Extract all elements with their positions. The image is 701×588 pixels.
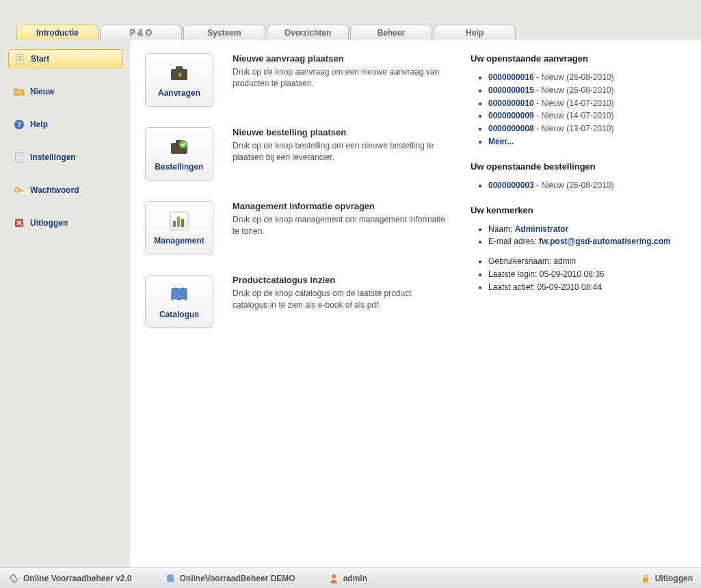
footer-logout[interactable]: Uitloggen (640, 573, 693, 584)
svg-rect-21 (177, 217, 180, 227)
sidebar-item-label: Nieuw (30, 87, 54, 96)
user-icon (328, 573, 339, 584)
request-link[interactable]: 0000000016 (488, 72, 534, 82)
user-email-link[interactable]: fw.post@gsd-automatisering.com (539, 237, 671, 246)
tile-management[interactable]: Management (145, 201, 213, 254)
sidebar-item-label: Help (30, 120, 48, 129)
footer-logout-label: Uitloggen (655, 574, 693, 583)
sidebar-item-help[interactable]: ? Help (8, 115, 123, 134)
request-link[interactable]: 0000000010 (488, 98, 534, 108)
sidebar-item-wachtwoord[interactable]: Wachtwoord (8, 181, 123, 200)
list-item: 0000000015 - Nieuw (26-08-2010) (488, 85, 686, 96)
list-item: Laatst actief: 05-09-2010 08:44 (488, 282, 686, 293)
svg-text:?: ? (17, 120, 22, 129)
svg-point-24 (332, 574, 336, 578)
tile-desc: Druk op de knop management om management… (233, 214, 446, 237)
sidebar: Start Nieuw ? Help Instellingen Wachtwoo… (0, 40, 130, 567)
tile-label: Management (154, 236, 204, 245)
status-bar: Online Voorraadbeheer v2.0 OnlineVoorraa… (0, 567, 701, 588)
attrs-list-2: Gebruikersnaam: admin Laatste login: 05-… (488, 256, 686, 293)
tile-label: Bestellingen (155, 162, 203, 172)
tab-label: Help (466, 28, 484, 38)
document-icon (14, 53, 25, 64)
svg-rect-22 (181, 219, 184, 227)
request-link[interactable]: 0000000009 (488, 111, 534, 120)
tile-aanvragen[interactable]: Aanvragen (145, 53, 213, 107)
lock-icon (640, 573, 651, 584)
tab-label: Overzichten (285, 28, 332, 38)
database-icon (165, 573, 176, 584)
footer-user: admin (328, 573, 367, 584)
request-link[interactable]: 0000000015 (488, 85, 534, 95)
sidebar-item-start[interactable]: Start (8, 49, 123, 68)
request-link[interactable]: 0000000008 (488, 124, 534, 133)
svg-rect-25 (643, 578, 648, 583)
tile-desc: Druk op de knop bestelling om een nieuwe… (233, 140, 446, 163)
attrs-heading: Uw kenmerken (471, 205, 686, 215)
attrs-list: Naam: Administrator E-mail adres: fw.pos… (488, 224, 686, 248)
list-item: 0000000010 - Nieuw (14-07-2010) (488, 98, 686, 109)
sidebar-item-label: Instellingen (30, 152, 76, 162)
list-item: Meer... (488, 136, 686, 148)
link-icon (8, 573, 19, 584)
tile-title: Nieuwe aanvraag plaatsen (233, 53, 446, 64)
sidebar-item-uitloggen[interactable]: Uitloggen (8, 213, 123, 232)
settings-doc-icon (14, 152, 25, 163)
list-item: 0000000009 - Nieuw (14-07-2010) (488, 110, 686, 122)
open-requests-list: 0000000016 - Nieuw (26-08-2010) 00000000… (488, 72, 686, 148)
tab-systeem[interactable]: Systeem (183, 25, 265, 40)
tile-catalogus[interactable]: Catalogus (145, 275, 213, 328)
bar-chart-icon (168, 210, 190, 232)
list-item: E-mail adres: fw.post@gsd-automatisering… (488, 236, 686, 248)
tile-desc: Druk op de knop catalogus om de laatste … (233, 288, 446, 311)
list-item: 0000000008 - Nieuw (13-07-2010) (488, 123, 686, 135)
folder-open-icon (14, 86, 25, 97)
tile-bestellingen[interactable]: Bestellingen (145, 127, 213, 181)
list-item: Laatste login: 05-09-2010 08:36 (488, 269, 686, 280)
tab-introductie[interactable]: Introductie (16, 25, 98, 40)
footer-db: OnlineVoorraadBeheer DEMO (165, 573, 295, 584)
tile-title: Management informatie opvragen (233, 201, 446, 211)
tab-label: Systeem (207, 28, 241, 38)
tab-overzichten[interactable]: Overzichten (267, 25, 349, 40)
tab-help[interactable]: Help (434, 25, 516, 40)
order-link[interactable]: 0000000003 (488, 181, 534, 190)
svg-rect-12 (22, 189, 23, 192)
sidebar-item-label: Uitloggen (30, 218, 68, 228)
svg-rect-1 (18, 56, 22, 57)
svg-rect-15 (176, 66, 183, 70)
help-icon: ? (14, 119, 25, 130)
open-requests-heading: Uw openstaande aanvragen (471, 53, 686, 64)
more-requests-link[interactable]: Meer... (488, 137, 514, 146)
tab-label: Beheer (378, 28, 406, 38)
list-item: 0000000003 - Nieuw (26-08-2010) (488, 180, 686, 191)
tab-label: P & O (130, 28, 152, 38)
sidebar-item-instellingen[interactable]: Instellingen (8, 148, 123, 167)
tab-label: Introductie (36, 28, 79, 38)
user-name-link[interactable]: Administrator (515, 224, 569, 234)
key-icon (14, 185, 25, 196)
book-icon (168, 284, 190, 306)
tile-title: Productcatalogus inzien (233, 275, 446, 285)
open-orders-heading: Uw openstaande bestellingen (471, 161, 686, 172)
footer-app-name: Online Voorraadbeheer v2.0 (23, 574, 132, 583)
svg-rect-3 (18, 60, 22, 61)
content-area: Aanvragen Nieuwe aanvraag plaatsen Druk … (130, 40, 701, 567)
tab-po[interactable]: P & O (100, 25, 182, 40)
briefcase-check-icon (168, 136, 190, 158)
footer-app: Online Voorraadbeheer v2.0 (8, 573, 132, 584)
svg-rect-20 (173, 221, 176, 227)
svg-rect-2 (18, 58, 22, 59)
footer-db-name: OnlineVoorraadBeheer DEMO (180, 574, 295, 583)
tab-beheer[interactable]: Beheer (350, 25, 432, 40)
tile-label: Aanvragen (158, 88, 200, 98)
tile-desc: Druk op de knop aanvraag om een nieuwe a… (233, 66, 446, 90)
tile-label: Catalogus (159, 310, 199, 319)
svg-rect-9 (17, 159, 21, 159)
tile-title: Nieuwe bestelling plaatsen (233, 127, 446, 137)
svg-rect-7 (17, 155, 21, 155)
sidebar-item-nieuw[interactable]: Nieuw (8, 82, 123, 101)
list-item: 0000000016 - Nieuw (26-08-2010) (488, 72, 686, 83)
briefcase-arrow-icon (168, 62, 190, 84)
sidebar-item-label: Wachtwoord (30, 185, 79, 195)
